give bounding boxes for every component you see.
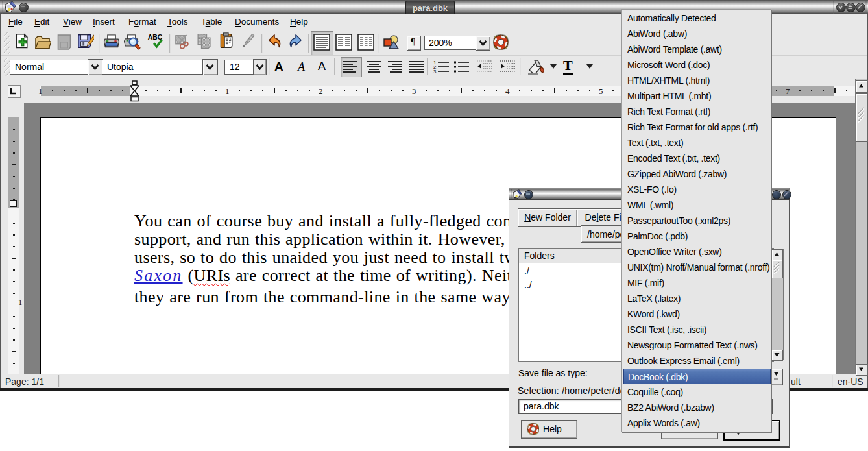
svg-text:3: 3 xyxy=(433,69,437,74)
